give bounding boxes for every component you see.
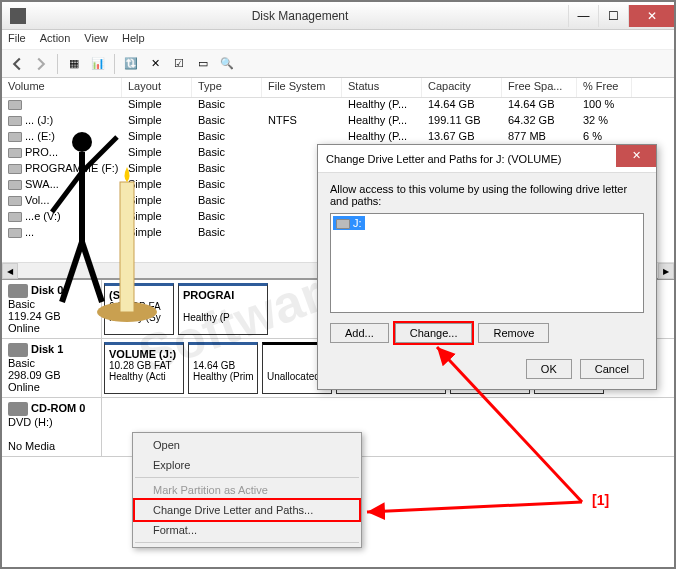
annotation-label: [1]	[592, 492, 609, 508]
drive-icon	[8, 100, 22, 110]
properties-icon[interactable]: ☑	[168, 53, 190, 75]
svg-line-8	[62, 242, 82, 302]
add-button[interactable]: Add...	[330, 323, 389, 343]
forward-button[interactable]	[30, 53, 52, 75]
menu-view[interactable]: View	[84, 32, 108, 47]
change-drive-letter-dialog: Change Drive Letter and Paths for J: (VO…	[317, 144, 657, 390]
svg-point-4	[72, 132, 92, 152]
drive-item: J:	[333, 216, 365, 230]
back-button[interactable]	[6, 53, 28, 75]
menu-file[interactable]: File	[8, 32, 26, 47]
disk-icon	[8, 343, 28, 357]
scroll-right-icon[interactable]: ▶	[658, 263, 674, 279]
delete-icon[interactable]: ✕	[144, 53, 166, 75]
dialog-title: Change Drive Letter and Paths for J: (VO…	[326, 153, 616, 165]
disk-icon	[8, 284, 28, 298]
col-capacity[interactable]: Capacity	[422, 78, 502, 97]
close-button[interactable]: ✕	[628, 5, 674, 27]
tool-icon[interactable]: 📊	[87, 53, 109, 75]
titlebar: Disk Management — ☐ ✕	[2, 2, 674, 30]
col-type[interactable]: Type	[192, 78, 262, 97]
partition[interactable]: 14.64 GBHealthy (Prim	[188, 342, 258, 394]
menu-help[interactable]: Help	[122, 32, 145, 47]
toolbar: ▦ 📊 🔃 ✕ ☑ ▭ 🔍	[2, 50, 674, 78]
candle-figure-icon	[32, 92, 182, 332]
annotation-arrow	[362, 492, 592, 552]
partition[interactable]: PROGRAIHealthy (P	[178, 283, 268, 335]
menu-mark-active: Mark Partition as Active	[135, 480, 359, 500]
maximize-button[interactable]: ☐	[598, 5, 628, 27]
drive-icon	[8, 180, 22, 190]
drive-list[interactable]: J:	[330, 213, 644, 313]
disk-info: CD-ROM 0DVD (H:)No Media	[2, 398, 102, 456]
dialog-close-button[interactable]: ✕	[616, 145, 656, 167]
menu-format[interactable]: Format...	[135, 520, 359, 540]
scroll-left-icon[interactable]: ◀	[2, 263, 18, 279]
context-menu: Open Explore Mark Partition as Active Ch…	[132, 432, 362, 548]
refresh-icon[interactable]: 🔃	[120, 53, 142, 75]
menu-action[interactable]: Action	[40, 32, 71, 47]
window-title: Disk Management	[32, 9, 568, 23]
drive-icon	[8, 228, 22, 238]
drive-icon	[8, 132, 22, 142]
dialog-text: Allow access to this volume by using the…	[330, 183, 644, 207]
search-icon[interactable]: 🔍	[216, 53, 238, 75]
partition[interactable]: VOLUME (J:)10.28 GB FATHealthy (Acti	[104, 342, 184, 394]
menu-change-drive-letter[interactable]: Change Drive Letter and Paths...	[135, 500, 359, 520]
tool-icon[interactable]: ▭	[192, 53, 214, 75]
drive-icon	[8, 164, 22, 174]
cancel-button[interactable]: Cancel	[580, 359, 644, 379]
change-button[interactable]: Change...	[395, 323, 473, 343]
menu-open[interactable]: Open	[135, 435, 359, 455]
col-status[interactable]: Status	[342, 78, 422, 97]
col-free[interactable]: Free Spa...	[502, 78, 577, 97]
menubar: File Action View Help	[2, 30, 674, 50]
drive-icon	[8, 116, 22, 126]
drive-icon	[8, 196, 22, 206]
drive-icon	[8, 148, 22, 158]
remove-button[interactable]: Remove	[478, 323, 549, 343]
tool-icon[interactable]: ▦	[63, 53, 85, 75]
menu-explore[interactable]: Explore	[135, 455, 359, 475]
disk-info: Disk 1Basic298.09 GBOnline	[2, 339, 102, 397]
svg-line-9	[82, 242, 102, 302]
col-pct[interactable]: % Free	[577, 78, 632, 97]
app-icon	[10, 8, 26, 24]
drive-icon	[8, 212, 22, 222]
drive-icon	[336, 219, 350, 229]
svg-line-7	[52, 172, 82, 212]
minimize-button[interactable]: —	[568, 5, 598, 27]
svg-rect-3	[120, 182, 134, 312]
svg-line-0	[367, 502, 582, 512]
col-filesystem[interactable]: File System	[262, 78, 342, 97]
ok-button[interactable]: OK	[526, 359, 572, 379]
disk-icon	[8, 402, 28, 416]
